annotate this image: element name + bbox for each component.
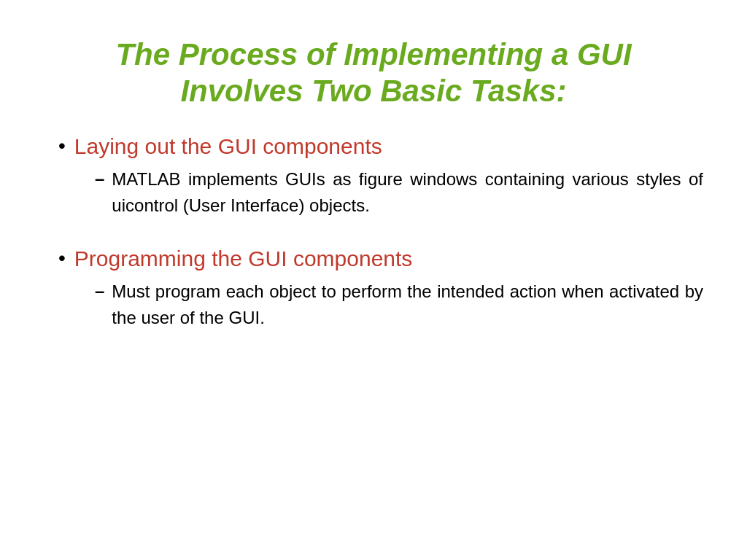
dash-1: – xyxy=(95,166,104,191)
bullet-header-1: • Laying out the GUI components xyxy=(58,132,703,160)
dash-2: – xyxy=(95,279,104,303)
slide: The Process of Implementing a GUI Involv… xyxy=(0,0,747,560)
sub-bullet-2: – Must program each object to perform th… xyxy=(95,279,703,331)
bullet-dot-1: • xyxy=(58,133,66,158)
bullet-dot-2: • xyxy=(58,246,66,271)
content-area: • Laying out the GUI components – MATLAB… xyxy=(44,132,703,338)
bullet-label-1: Laying out the GUI components xyxy=(74,132,382,160)
sub-text-2: Must program each object to perform the … xyxy=(112,279,703,331)
title-line1: The Process of Implementing a GUI xyxy=(115,37,631,71)
sub-text-1: MATLAB implements GUIs as figure windows… xyxy=(112,166,703,219)
slide-title: The Process of Implementing a GUI Involv… xyxy=(44,36,703,110)
bullet-label-2: Programming the GUI components xyxy=(74,244,413,273)
title-line2: Involves Two Basic Tasks: xyxy=(180,74,566,108)
sub-bullet-1: – MATLAB implements GUIs as figure windo… xyxy=(95,166,703,219)
bullet-header-2: • Programming the GUI components xyxy=(58,244,703,273)
bullet-item-2: • Programming the GUI components – Must … xyxy=(58,244,703,331)
bullet-item-1: • Laying out the GUI components – MATLAB… xyxy=(58,132,703,219)
